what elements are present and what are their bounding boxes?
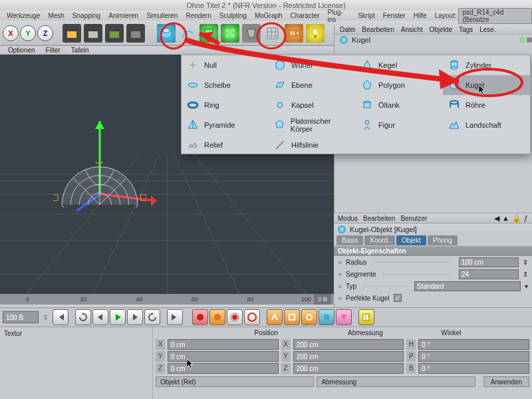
palette-oeltank[interactable]: Öltank <box>356 95 443 115</box>
amgr-lock-icon[interactable]: 🔒 <box>512 214 521 223</box>
coord-pos-x[interactable]: 0 cm <box>168 339 279 350</box>
prev-frame-button[interactable] <box>92 309 108 325</box>
objmgr-objekte[interactable]: Objekte <box>430 26 452 33</box>
palette-figur[interactable]: Figur <box>356 115 443 135</box>
palette-kegel[interactable]: Kegel <box>356 55 443 75</box>
amgr-menu-benutzer[interactable]: Benutzer <box>400 215 427 222</box>
amgr-radius-field[interactable]: 100 cm <box>459 257 519 267</box>
timeline-ruler[interactable]: 0 20 40 60 80 100 0 B <box>0 294 334 305</box>
menu-werkzeuge[interactable]: Werkzeuge <box>3 12 44 19</box>
record-button[interactable] <box>192 309 208 325</box>
palette-relief[interactable]: Relief <box>182 135 269 155</box>
goto-start-button[interactable] <box>53 309 68 325</box>
objmgr-bearbeiten[interactable]: Bearbeiten <box>362 26 394 33</box>
primitive-cube-icon[interactable] <box>157 24 176 43</box>
coord-dim-y[interactable]: 200 cm <box>293 351 404 362</box>
objmgr-item-kugel[interactable]: Kugel <box>334 35 532 45</box>
amgr-typ-dropdown[interactable]: Standard <box>414 281 521 291</box>
menu-snapping[interactable]: Snapping <box>68 12 104 19</box>
palette-polygon[interactable]: Polygon <box>356 75 443 95</box>
axis-y-button[interactable]: Y <box>20 25 36 41</box>
keyframe-sel-button[interactable] <box>244 309 260 325</box>
coord-dim-mode-dropdown[interactable]: Abmessung <box>317 376 475 387</box>
coord-pos-y[interactable]: 0 cm <box>168 351 279 362</box>
amgr-tab-phong[interactable]: Phong <box>428 235 458 245</box>
dopesheet-button[interactable] <box>358 309 374 325</box>
menu-sculpting[interactable]: Sculpting <box>215 12 251 19</box>
menu-mesh[interactable]: Mesh <box>44 12 68 19</box>
coord-apply-button[interactable]: Anwenden <box>483 376 529 387</box>
amgr-menu-bearbeiten[interactable]: Bearbeiten <box>363 215 395 222</box>
objmgr-lesezeichen[interactable]: Lese. <box>479 26 495 33</box>
palette-kapsel[interactable]: Kapsel <box>269 95 356 115</box>
palette-hilfslinie[interactable]: Hilfslinie <box>269 135 356 155</box>
amgr-tab-koord[interactable]: Koord. <box>364 235 394 245</box>
coord-mode-dropdown[interactable]: Objekt (Rel) <box>156 376 314 387</box>
menu-fenster[interactable]: Fenster <box>379 12 410 19</box>
spline-icon[interactable] <box>178 24 197 43</box>
goto-end-button[interactable] <box>167 309 183 325</box>
axis-x-button[interactable]: X <box>3 25 19 41</box>
amgr-segmente-field[interactable]: 24 <box>459 269 519 279</box>
subbar-tafeln[interactable]: Tafeln <box>66 47 94 54</box>
subbar-filter[interactable]: Filter <box>41 47 66 54</box>
menu-skript[interactable]: Skript <box>354 12 379 19</box>
palette-scheibe[interactable]: Scheibe <box>182 75 269 95</box>
palette-pyramide[interactable]: Pyramide <box>182 115 269 135</box>
coord-ang-b[interactable]: 0 ° <box>418 363 529 374</box>
refresh-fwd-button[interactable] <box>144 309 160 325</box>
amgr-tab-basis[interactable]: Basis <box>336 235 363 245</box>
subbar-optionen[interactable]: Optionen <box>3 47 41 54</box>
amgr-up-icon[interactable]: ▲ <box>502 214 509 223</box>
refresh-button[interactable] <box>75 309 91 325</box>
menu-character[interactable]: Character <box>287 12 324 19</box>
position-key-button[interactable] <box>267 309 283 325</box>
coord-pos-z[interactable]: 0 cm <box>168 363 279 374</box>
menu-hilfe[interactable]: Hilfe <box>410 12 431 19</box>
menu-rendern[interactable]: Rendern <box>182 12 215 19</box>
coord-ang-h[interactable]: 0 ° <box>418 339 529 350</box>
palette-roehre[interactable]: Röhre <box>443 95 530 115</box>
menu-mograph[interactable]: MoGraph <box>251 12 287 19</box>
autokey-button[interactable] <box>209 309 225 325</box>
palette-wuerfel[interactable]: Würfel <box>269 55 356 75</box>
pla-key-button[interactable] <box>336 309 352 325</box>
menu-plugins[interactable]: Plug-ins <box>324 9 354 23</box>
menu-simulieren[interactable]: Simulieren <box>142 12 182 19</box>
rotation-key-button[interactable] <box>301 309 317 325</box>
palette-zylinder[interactable]: Zylinder <box>443 55 530 75</box>
array-icon[interactable] <box>221 24 239 43</box>
objmgr-datei[interactable]: Datei <box>340 26 355 33</box>
clapper2-icon[interactable] <box>84 24 102 43</box>
objmgr-ansicht[interactable]: Ansicht <box>401 26 423 33</box>
visibility-render-dot[interactable] <box>527 37 532 43</box>
palette-landschaft[interactable]: Landschaft <box>443 115 530 135</box>
amgr-back-icon[interactable]: ◀ <box>494 214 499 223</box>
nurbs-icon[interactable] <box>200 24 218 43</box>
param-key-button[interactable] <box>319 309 334 325</box>
axis-z-button[interactable]: Z <box>37 25 53 41</box>
clapper3-icon[interactable] <box>105 24 124 43</box>
palette-platonisch[interactable]: Platonischer Körper <box>269 115 356 135</box>
amgr-func-icon[interactable]: ƒ <box>524 214 528 223</box>
render-settings-icon[interactable] <box>126 24 145 43</box>
camera-icon[interactable] <box>285 24 303 43</box>
visibility-editor-dot[interactable] <box>519 37 525 43</box>
clapper1-icon[interactable] <box>63 24 81 43</box>
coord-dim-x[interactable]: 200 cm <box>293 339 404 350</box>
sphere-object-in-viewport[interactable] <box>53 161 146 207</box>
menu-animieren[interactable]: Animieren <box>104 12 142 19</box>
next-frame-button[interactable] <box>127 309 143 325</box>
palette-ring[interactable]: Ring <box>182 95 269 115</box>
objmgr-tags[interactable]: Tags <box>459 26 473 33</box>
light-icon[interactable] <box>306 24 325 43</box>
end-frame-field[interactable]: 100 B <box>3 311 39 323</box>
palette-null[interactable]: Null <box>182 55 269 75</box>
amgr-perfekte-checkbox[interactable]: ✓ <box>394 294 402 302</box>
key-options-button[interactable] <box>227 309 243 325</box>
amgr-tab-objekt[interactable]: Objekt <box>396 235 426 245</box>
floor-icon[interactable] <box>263 24 282 43</box>
palette-ebene[interactable]: Ebene <box>269 75 356 95</box>
layout-dropdown[interactable]: psd_R14_c4d (Benutze <box>458 8 533 24</box>
amgr-menu-modus[interactable]: Modus <box>338 215 358 222</box>
